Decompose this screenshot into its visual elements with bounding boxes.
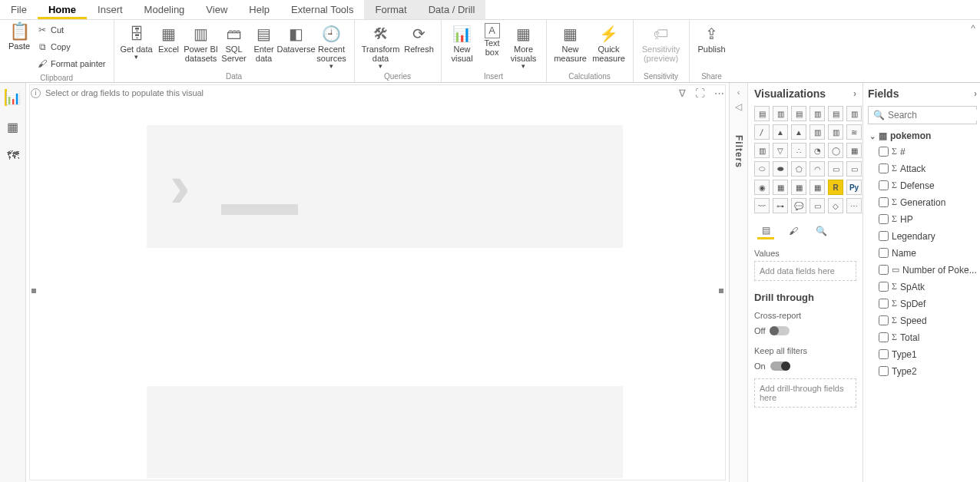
- viz-100-bar[interactable]: ▤: [828, 106, 843, 121]
- report-view-button[interactable]: 📊: [5, 89, 22, 106]
- viz-stacked-column[interactable]: ▥: [773, 106, 788, 121]
- fields-search-input[interactable]: [888, 110, 980, 121]
- viz-key-influencers[interactable]: 〰: [754, 198, 770, 213]
- field-checkbox[interactable]: [879, 214, 889, 224]
- viz-donut[interactable]: ◯: [828, 143, 843, 158]
- field-checkbox[interactable]: [879, 332, 889, 342]
- field-type2[interactable]: Type2: [879, 364, 977, 378]
- field-checkbox[interactable]: [879, 315, 889, 325]
- viz-ribbon[interactable]: ≋: [846, 124, 862, 140]
- data-view-button[interactable]: ▦: [5, 118, 22, 135]
- field-number-of-poke-[interactable]: ▭Number of Poke...: [879, 262, 977, 277]
- focus-mode-icon[interactable]: ⛶: [695, 87, 705, 99]
- new-visual-button[interactable]: 📊New visual: [446, 21, 478, 63]
- viz-matrix[interactable]: ▦: [809, 180, 825, 195]
- viz-slicer[interactable]: ▦: [773, 180, 788, 195]
- field--[interactable]: Σ#: [879, 144, 977, 159]
- publish-button[interactable]: ⇪Publish: [694, 21, 730, 54]
- menu-help[interactable]: Help: [238, 0, 280, 19]
- viz-shape-map[interactable]: ⬠: [791, 161, 806, 177]
- viz-decomp[interactable]: ⊶: [773, 198, 788, 213]
- fields-search[interactable]: 🔍: [868, 106, 977, 124]
- analytics-tab[interactable]: 🔍: [813, 223, 829, 239]
- format-tab[interactable]: 🖌: [785, 223, 802, 239]
- new-measure-button[interactable]: ▦New measure: [551, 21, 590, 63]
- menu-view[interactable]: View: [195, 0, 238, 19]
- menu-insert[interactable]: Insert: [87, 0, 134, 19]
- viz-map[interactable]: ⬭: [754, 161, 770, 177]
- expand-filters-icon[interactable]: ‹: [737, 87, 740, 97]
- field-checkbox[interactable]: [879, 180, 889, 190]
- more-visuals-button[interactable]: ▦More visuals▾: [506, 21, 541, 71]
- field-speed[interactable]: ΣSpeed: [879, 313, 977, 328]
- recent-sources-button[interactable]: 🕘Recent sources▾: [314, 21, 349, 71]
- viz-filled-map[interactable]: ⬬: [773, 161, 788, 177]
- r-visual-placeholder[interactable]: › . R: [31, 101, 724, 476]
- transform-data-button[interactable]: 🛠Transform data▾: [359, 21, 402, 71]
- text-box-button[interactable]: AText box: [478, 21, 506, 57]
- filters-pane-collapsed[interactable]: ‹ ◁ Filters: [730, 83, 748, 482]
- viz-stacked-bar[interactable]: ▤: [754, 106, 770, 121]
- viz-line-column[interactable]: ▥: [809, 124, 825, 140]
- viz-line-column2[interactable]: ▥: [828, 124, 843, 140]
- collapse-fields-icon[interactable]: ›: [974, 88, 977, 99]
- viz-waterfall[interactable]: ▥: [754, 143, 770, 158]
- filter-visual-icon[interactable]: ∇: [679, 87, 686, 99]
- field-name[interactable]: Name: [879, 246, 977, 260]
- viz-card[interactable]: ▭: [828, 161, 843, 177]
- field-legendary[interactable]: Legendary: [879, 229, 977, 243]
- viz-narrative[interactable]: ▭: [809, 198, 825, 213]
- ribbon-collapse-button[interactable]: ^: [966, 20, 980, 82]
- field-defense[interactable]: ΣDefense: [879, 178, 977, 193]
- format-painter-button[interactable]: 🖌Format painter: [34, 55, 109, 72]
- viz-more[interactable]: ⋯: [846, 198, 862, 213]
- menu-home[interactable]: Home: [38, 0, 87, 19]
- viz-100-column[interactable]: ▥: [846, 106, 862, 121]
- field-checkbox[interactable]: [879, 299, 889, 309]
- dataverse-button[interactable]: ◧Dataverse: [279, 21, 314, 54]
- viz-clustered-bar[interactable]: ▤: [791, 106, 806, 121]
- menu-modeling[interactable]: Modeling: [134, 0, 196, 19]
- get-data-button[interactable]: 🗄Get data▾: [119, 21, 154, 61]
- viz-qa[interactable]: 💬: [791, 198, 806, 213]
- field-total[interactable]: ΣTotal: [879, 330, 977, 345]
- paste-button[interactable]: 📋 Paste: [5, 21, 34, 51]
- table-node-pokemon[interactable]: ⌄ ▦ pokemon: [868, 130, 977, 141]
- viz-treemap[interactable]: ▦: [846, 143, 862, 158]
- field-hp[interactable]: ΣHP: [879, 212, 977, 226]
- keep-filters-toggle[interactable]: [770, 362, 790, 371]
- copy-button[interactable]: ⧉Copy: [34, 38, 109, 55]
- menu-external-tools[interactable]: External Tools: [280, 0, 364, 19]
- drill-through-dropzone[interactable]: Add drill-through fields here: [754, 378, 856, 408]
- field-checkbox[interactable]: [879, 197, 889, 207]
- sql-server-button[interactable]: 🗃SQL Server: [219, 21, 250, 63]
- viz-paginated[interactable]: ◇: [828, 198, 843, 213]
- field-checkbox[interactable]: [879, 282, 889, 292]
- field-checkbox[interactable]: [879, 349, 889, 359]
- more-options-icon[interactable]: ⋯: [714, 87, 724, 99]
- cross-report-toggle[interactable]: [770, 326, 790, 335]
- values-dropzone[interactable]: Add data fields here: [754, 261, 856, 281]
- viz-r-script[interactable]: R: [828, 180, 843, 195]
- viz-clustered-column[interactable]: ▥: [809, 106, 825, 121]
- viz-line[interactable]: 〳: [754, 124, 770, 140]
- viz-multi-card[interactable]: ▭: [846, 161, 862, 177]
- collapse-visualizations-icon[interactable]: ›: [853, 88, 856, 99]
- field-type1[interactable]: Type1: [879, 347, 977, 362]
- resize-handle-left[interactable]: [31, 289, 36, 293]
- field-checkbox[interactable]: [879, 231, 889, 241]
- refresh-button[interactable]: ⟳Refresh: [402, 21, 436, 54]
- viz-python[interactable]: Py: [846, 180, 862, 195]
- viz-pie[interactable]: ◔: [809, 143, 825, 158]
- excel-button[interactable]: ▦Excel: [154, 21, 184, 54]
- field-generation[interactable]: ΣGeneration: [879, 195, 977, 210]
- field-spatk[interactable]: ΣSpAtk: [879, 279, 977, 294]
- viz-stacked-area[interactable]: ▲: [791, 124, 806, 140]
- quick-measure-button[interactable]: ⚡Quick measure: [590, 21, 628, 63]
- field-checkbox[interactable]: [879, 248, 889, 258]
- viz-table[interactable]: ▦: [791, 180, 806, 195]
- menu-format[interactable]: Format: [364, 0, 417, 19]
- field-spdef[interactable]: ΣSpDef: [879, 296, 977, 311]
- cut-button[interactable]: ✂Cut: [34, 21, 109, 38]
- pbi-datasets-button[interactable]: ▥Power BI datasets: [184, 21, 219, 63]
